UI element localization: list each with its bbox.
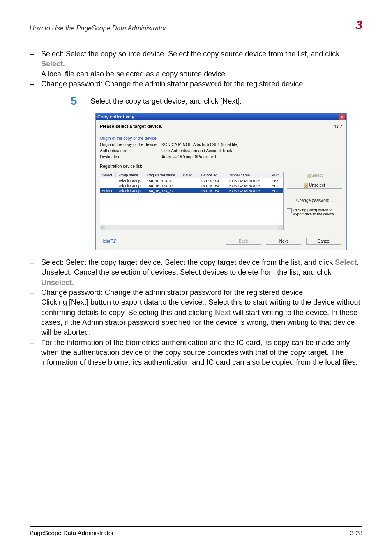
cell: KONICA MINOLTA… xyxy=(228,183,270,188)
col-auth[interactable]: Auth xyxy=(270,172,283,178)
dialog-subhead: Please select a target device. xyxy=(100,124,162,129)
export-next-checkbox[interactable] xyxy=(287,208,292,213)
scroll-left-icon[interactable]: ‹ xyxy=(100,225,105,230)
export-next-label: Clicking [Next] button to export data to… xyxy=(293,208,342,216)
top-item-select-text-b: . xyxy=(63,60,65,68)
bottom-item-change-password: Change password: Change the administrato… xyxy=(30,287,362,297)
cell: 150_16_154_46 xyxy=(145,183,181,188)
close-icon[interactable]: × xyxy=(339,114,345,120)
cell: 150.16.154… xyxy=(199,178,228,184)
col-device[interactable]: Devic... xyxy=(181,172,199,178)
col-model[interactable]: Model name xyxy=(228,172,270,178)
bottom-item-select: Select: Select the copy target device. S… xyxy=(30,257,362,267)
kv-dest-key: Destination: xyxy=(100,155,161,159)
bottom-item-next-export: Clicking [Next] button to export data to… xyxy=(30,297,362,337)
bi2-k: Unselect xyxy=(41,278,72,287)
table-row[interactable]: - Default Group 150_16_154_45 150.16.154… xyxy=(100,178,283,184)
plus-cube-icon xyxy=(307,174,311,178)
cell: Default Group xyxy=(116,178,145,184)
cell: Select xyxy=(100,188,116,193)
help-link[interactable]: Help(F1) xyxy=(101,239,117,243)
next-button[interactable]: Next xyxy=(266,238,301,245)
step-text: Select the copy target device, and click… xyxy=(90,96,242,106)
bi4-k: Next xyxy=(215,308,231,317)
bi1-a: Select: Select the copy target device. S… xyxy=(41,258,335,266)
minus-cube-icon xyxy=(304,183,308,188)
cell: Enal xyxy=(270,188,283,193)
change-password-button[interactable]: Change password... xyxy=(287,197,342,204)
cell xyxy=(181,178,199,184)
bottom-item-biometrics: For the information of the biometrics au… xyxy=(30,338,362,368)
top-item-change-password: Change password: Change the administrato… xyxy=(30,79,362,89)
unselect-button-label: Unselect xyxy=(309,183,325,188)
top-item-select-sub: A local file can also be selected as a c… xyxy=(41,69,362,79)
cell: Enal xyxy=(270,178,283,184)
cell: 150.16.154… xyxy=(199,183,228,188)
footer-left: PageScope Data Administrator xyxy=(30,529,114,536)
cell xyxy=(181,188,199,193)
bi2-a: Unselect: Cancel the selection of device… xyxy=(41,268,331,276)
dialog-section-origin: Origin of the copy of the device xyxy=(100,136,342,141)
bi1-k: Select xyxy=(335,258,357,266)
kv-auth-value: User Authentication and Account Track xyxy=(161,148,342,153)
cell: Default Group xyxy=(116,188,145,193)
col-group[interactable]: Group name xyxy=(116,172,145,178)
select-button[interactable]: Select xyxy=(287,172,342,179)
col-address[interactable]: Device ad... xyxy=(199,172,228,178)
top-item-select: Select: Select the copy source device. S… xyxy=(30,49,362,79)
device-table: Select Group name Registered name Devic.… xyxy=(100,172,283,193)
scroll-right-icon[interactable]: › xyxy=(278,225,283,230)
cell: KONICA MINOLTA… xyxy=(228,188,270,193)
table-row-selected[interactable]: Select Default Group 150_16_154_52 150.1… xyxy=(100,188,283,193)
page-header-title: How to Use the PageScope Data Administra… xyxy=(30,25,166,32)
cancel-button[interactable]: Cancel xyxy=(306,238,341,245)
bi2-b: . xyxy=(72,278,74,287)
cell: - xyxy=(100,178,116,184)
back-button[interactable]: Back xyxy=(226,238,261,245)
footer-right: 3-28 xyxy=(350,529,362,536)
copy-collectively-dialog: Copy collectively × Please select a targ… xyxy=(95,113,347,250)
bi1-b: . xyxy=(357,258,359,266)
horizontal-scrollbar[interactable]: ‹ › xyxy=(100,225,283,230)
device-table-scroll[interactable]: Select Group name Registered name Devic.… xyxy=(100,172,284,230)
cell: 150_16_154_45 xyxy=(145,178,181,184)
kv-origin-key: Origin of the copy of the device: xyxy=(100,142,161,147)
kv-auth-key: Authentication: xyxy=(100,148,161,153)
dialog-title: Copy collectively xyxy=(97,114,134,119)
kv-origin-value: KONICA MINOLTA bizhub C451 (local file) xyxy=(161,142,342,147)
cell: Enal xyxy=(270,183,283,188)
select-button-label: Select xyxy=(311,173,323,178)
top-item-select-text-a: Select: Select the copy source device. S… xyxy=(41,50,339,58)
unselect-button[interactable]: Unselect xyxy=(287,182,342,189)
step-number: 5 xyxy=(71,95,87,107)
cell: 150_16_154_52 xyxy=(145,188,181,193)
dialog-step-counter: 4 / 7 xyxy=(334,124,342,129)
cell: KONICA MINOLTA… xyxy=(228,178,270,184)
bottom-item-unselect: Unselect: Cancel the selection of device… xyxy=(30,267,362,287)
kv-dest-value: Address:1/Group:0/Program: 0 xyxy=(161,155,342,159)
col-select[interactable]: Select xyxy=(100,172,116,178)
registration-list-label: Registration device list: xyxy=(100,164,342,169)
cell: Default Group xyxy=(116,183,145,188)
chapter-number: 3 xyxy=(355,18,362,32)
col-registered[interactable]: Registered name xyxy=(145,172,181,178)
table-row[interactable]: - Default Group 150_16_154_46 150.16.154… xyxy=(100,183,283,188)
top-item-select-keyword: Select xyxy=(41,60,63,68)
cell: - xyxy=(100,183,116,188)
cell xyxy=(181,183,199,188)
cell: 150.16.154… xyxy=(199,188,228,193)
